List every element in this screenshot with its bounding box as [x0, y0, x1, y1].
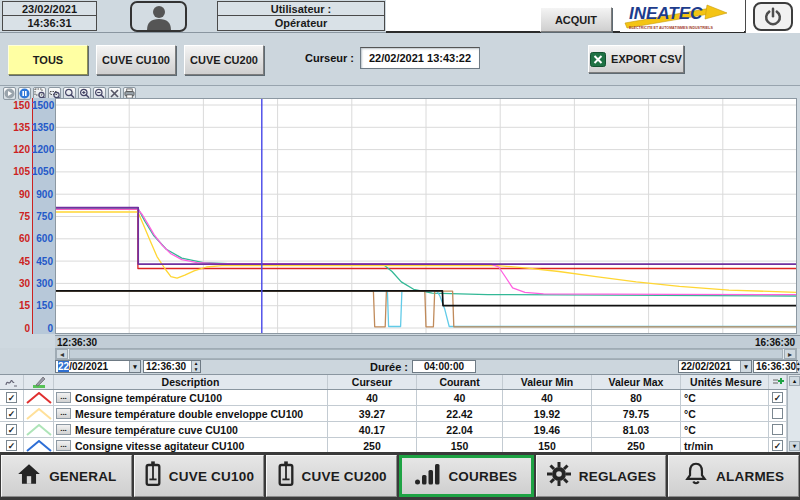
- power-button[interactable]: [753, 2, 793, 31]
- plot-checkbox-cell: ✓: [0, 438, 24, 453]
- max-value-cell: 81.03: [592, 422, 681, 437]
- start-date-dropdown-icon[interactable]: ▾: [129, 361, 140, 372]
- header-cursor[interactable]: Curseur: [328, 375, 417, 389]
- bottom-navigation: GENERALCUVE CU100CUVE CU200COURBESREGLAG…: [0, 452, 800, 500]
- axis-tick-label: 0: [1, 323, 30, 334]
- duration-field[interactable]: 04:00:00: [412, 360, 476, 373]
- nav-reglages-button[interactable]: REGLAGES: [536, 455, 667, 497]
- min-value-cell: 40: [503, 390, 592, 405]
- start-time-spinner[interactable]: 12:36:30 ▴▾: [143, 360, 201, 373]
- user-box: Utilisateur : Opérateur: [217, 1, 385, 31]
- nav-courbes-button[interactable]: COURBES: [399, 455, 534, 497]
- user-avatar-button[interactable]: [130, 1, 187, 32]
- header-min[interactable]: Valeur Min: [503, 375, 592, 389]
- table-row: ✓...Consigne température CU10040404080°C…: [0, 390, 800, 406]
- header-unit[interactable]: Unités Mesure: [681, 375, 769, 389]
- filter-cuve-cu100-button[interactable]: CUVE CU100: [96, 45, 176, 75]
- header-max[interactable]: Valeur Max: [592, 375, 681, 389]
- description-cell: ...Consigne température CU100: [54, 390, 328, 405]
- trend-plot[interactable]: [55, 98, 797, 334]
- header-style-column: [24, 375, 54, 389]
- axis-tick-label: 60: [1, 233, 30, 244]
- power-box: [745, 0, 800, 33]
- row-options-button[interactable]: ...: [56, 424, 71, 435]
- ineatec-logo-icon: INEATEC ELECTRICITE ET AUTOMATISMES INDU…: [623, 2, 741, 32]
- start-date-combo[interactable]: 22/02/2021 ▾: [55, 360, 141, 373]
- nav-label: CUVE CU100: [169, 469, 254, 484]
- row-options-button[interactable]: ...: [56, 408, 71, 419]
- export-csv-label: EXPORT CSV: [611, 53, 682, 65]
- speed-axis-labels: 15001350120010509007506004503001500: [32, 98, 53, 334]
- end-date-combo[interactable]: 22/02/2021 ▾: [678, 360, 752, 373]
- row-description: Mesure température double enveloppe CU10…: [54, 408, 303, 420]
- filter-cuve-cu200-button[interactable]: CUVE CU200: [184, 45, 264, 75]
- axis-tick-label: 1200: [32, 144, 53, 155]
- scrollbar-thumb[interactable]: [69, 349, 783, 359]
- axis-tick-label: 300: [32, 278, 53, 289]
- axis-tick-label: 150: [1, 100, 30, 111]
- nav-label: CUVE CU200: [302, 469, 387, 484]
- curve-color-icon: [26, 392, 52, 404]
- acquit-button[interactable]: ACQUIT: [540, 7, 612, 32]
- plot-checkbox-cell: ✓: [0, 390, 24, 405]
- axis-tick-label: 120: [1, 144, 30, 155]
- excel-icon: [590, 52, 606, 67]
- svg-text:ELECTRICITE ET AUTOMATISMES IN: ELECTRICITE ET AUTOMATISMES INDUSTRIELS: [629, 26, 713, 30]
- curve-color-icon: [26, 440, 52, 452]
- cursor-datetime-field[interactable]: 22/02/2021 13:43:22: [360, 47, 480, 69]
- scroll-left-icon[interactable]: ◂: [56, 349, 68, 359]
- description-cell: ...Mesure température double enveloppe C…: [54, 406, 328, 421]
- pen-icon: [32, 376, 46, 388]
- row-options-button[interactable]: ...: [56, 392, 71, 403]
- end-time-spinner[interactable]: 16:36:30 ▴▾: [753, 360, 798, 373]
- row-options-button[interactable]: ...: [56, 440, 71, 451]
- description-cell: ...Mesure température cuve CU100: [54, 422, 328, 437]
- unit-checkbox[interactable]: ✓: [772, 440, 783, 451]
- plot-checkbox-cell: ✓: [0, 422, 24, 437]
- curve-style-cell: [24, 406, 54, 421]
- home-icon: [16, 462, 42, 490]
- plot-checkbox[interactable]: ✓: [6, 424, 17, 435]
- tank-icon: [144, 460, 162, 492]
- end-date-dropdown-icon[interactable]: ▾: [740, 361, 751, 372]
- nav-cuve-cu100-button[interactable]: CUVE CU100: [134, 455, 265, 497]
- axis-tick-label: 90: [1, 189, 30, 200]
- description-cell: ...Consigne vitesse agitateur CU100: [54, 438, 328, 453]
- unit-checkbox-cell: ✓: [769, 390, 787, 405]
- filter-tous-button[interactable]: TOUS: [8, 45, 88, 75]
- plot-checkbox-cell: ✓: [0, 406, 24, 421]
- start-time-value: 12:36:30: [144, 361, 191, 372]
- header-description[interactable]: Description: [54, 375, 328, 389]
- axis-tick-label: 900: [32, 189, 53, 200]
- nav-alarmes-button[interactable]: ALARMES: [668, 455, 799, 497]
- nav-label: REGLAGES: [579, 469, 656, 484]
- unit-checkbox[interactable]: [772, 424, 783, 435]
- axis-tick-label: 0: [32, 323, 53, 334]
- end-time-down-icon[interactable]: ▾: [797, 367, 800, 373]
- table-row: ✓...Mesure température double enveloppe …: [0, 406, 800, 422]
- row-description: Consigne température CU100: [54, 392, 222, 404]
- plot-checkbox[interactable]: ✓: [6, 392, 17, 403]
- curve-color-icon: [26, 424, 52, 436]
- scroll-right-icon[interactable]: ▸: [784, 349, 796, 359]
- unit-cell: °C: [681, 422, 769, 437]
- table-scrollbar[interactable]: ▴ ▾: [787, 375, 800, 453]
- start-date-day: 22: [58, 361, 69, 372]
- table-scroll-down-icon[interactable]: ▾: [789, 441, 800, 451]
- add-curve-icon[interactable]: [772, 377, 784, 388]
- plot-checkbox[interactable]: ✓: [6, 408, 17, 419]
- start-time-down-icon[interactable]: ▾: [192, 367, 200, 373]
- export-csv-button[interactable]: EXPORT CSV: [588, 45, 684, 73]
- nav-general-button[interactable]: GENERAL: [1, 455, 132, 497]
- user-label: Utilisateur :: [218, 2, 384, 16]
- unit-checkbox[interactable]: [772, 408, 783, 419]
- end-time-value: 16:36:30: [754, 361, 796, 372]
- table-scroll-up-icon[interactable]: ▴: [789, 376, 800, 386]
- plot-checkbox[interactable]: ✓: [6, 440, 17, 451]
- nav-cuve-cu200-button[interactable]: CUVE CU200: [266, 455, 397, 497]
- curve-style-cell: [24, 422, 54, 437]
- chart-scrollbar[interactable]: ◂ ▸: [55, 348, 797, 360]
- axis-tick-label: 1500: [32, 100, 53, 111]
- header-current[interactable]: Courant: [417, 375, 503, 389]
- unit-checkbox[interactable]: ✓: [772, 392, 783, 403]
